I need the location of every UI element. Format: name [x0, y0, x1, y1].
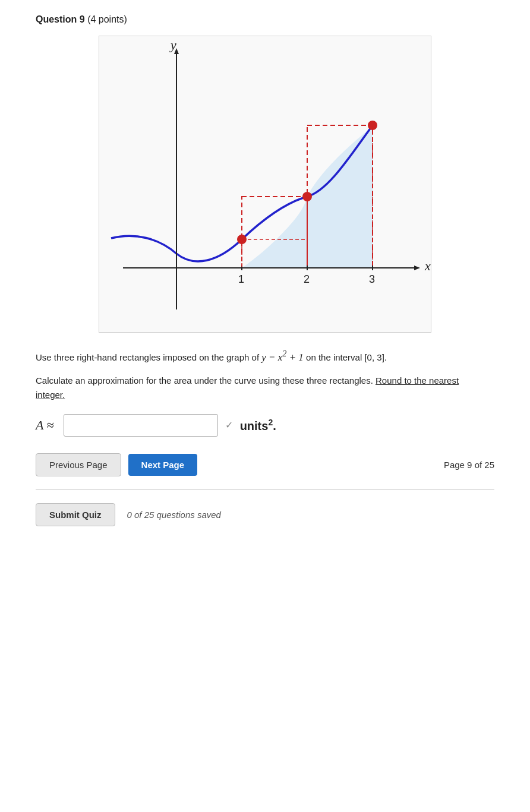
x-tick-3: 3: [369, 273, 375, 285]
graph-area: x y 1 2 3: [36, 36, 494, 333]
answer-input[interactable]: [64, 414, 218, 437]
approx-label: A ≈: [36, 418, 54, 433]
page-indicator: Page 9 of 25: [444, 460, 494, 470]
graph-wrapper: x y 1 2 3: [99, 36, 431, 333]
description-part1: Use three right-hand rectangles imposed …: [36, 352, 261, 362]
submit-quiz-button[interactable]: Submit Quiz: [36, 503, 115, 526]
units-label: units2.: [240, 418, 276, 433]
page-container: Question 9 (4 points): [0, 0, 530, 550]
calculate-part1: Calculate an approximation for the area …: [36, 375, 376, 386]
question-points: (4 points): [87, 14, 127, 24]
check-icon: ✓: [225, 419, 233, 431]
x-tick-1: 1: [238, 273, 244, 285]
next-page-button[interactable]: Next Page: [128, 454, 198, 476]
footer-row: Submit Quiz 0 of 25 questions saved: [36, 503, 494, 526]
formula: y = x2 + 1: [261, 352, 304, 363]
question-header: Question 9 (4 points): [36, 14, 494, 25]
description-part2: on the interval [0, 3].: [306, 352, 387, 362]
calculate-text: Calculate an approximation for the area …: [36, 374, 475, 402]
graph-svg: x y 1 2 3: [99, 36, 431, 333]
previous-page-button[interactable]: Previous Page: [36, 453, 121, 476]
question-number: Question 9: [36, 14, 85, 24]
answer-row: A ≈ ✓ units2.: [36, 414, 494, 437]
navigation-row: Previous Page Next Page Page 9 of 25: [36, 453, 494, 476]
x-tick-2: 2: [304, 273, 310, 285]
svg-rect-0: [99, 36, 431, 333]
x-axis-label: x: [424, 258, 431, 273]
divider: [36, 489, 494, 490]
question-text: Use three right-hand rectangles imposed …: [36, 347, 475, 365]
saved-text: 0 of 25 questions saved: [127, 510, 221, 520]
y-axis-label: y: [169, 37, 176, 52]
